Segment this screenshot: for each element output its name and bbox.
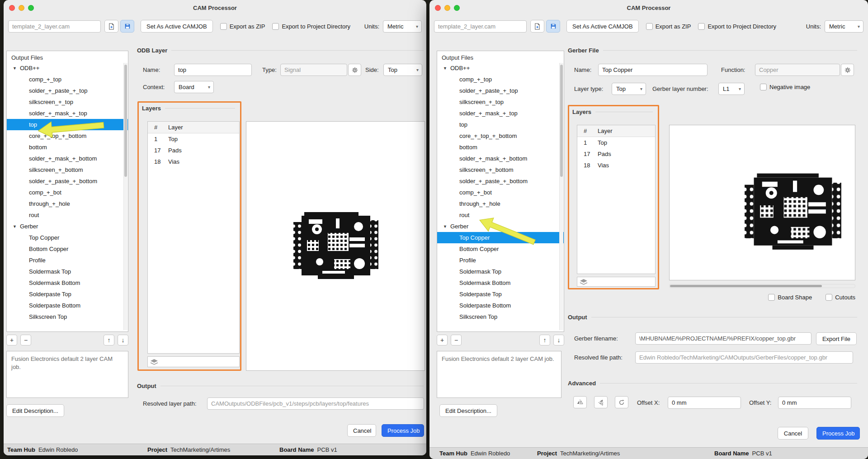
close-icon[interactable]: [9, 5, 15, 11]
tree-item[interactable]: core_+_top_+_bottom: [437, 130, 564, 142]
export-file-button[interactable]: Export File: [816, 332, 857, 345]
tree-item[interactable]: Solderpaste Top: [7, 289, 128, 300]
camjob-filename-input[interactable]: [8, 20, 101, 33]
side-select[interactable]: Top▾: [383, 64, 422, 76]
tree-item[interactable]: core_+_top_+_bottom: [7, 130, 128, 142]
tree-item[interactable]: solder_+_mask_+_top: [437, 108, 564, 119]
tree-item[interactable]: solder_+_paste_+_top: [437, 85, 564, 96]
tree-item[interactable]: through_+_hole: [437, 198, 564, 209]
tree-item[interactable]: solder_+_paste_+_top: [7, 85, 128, 96]
zoom-icon[interactable]: [454, 5, 460, 11]
layer-type-select[interactable]: Top▾: [612, 83, 646, 95]
tree-group-odb[interactable]: ▼ODB++: [437, 62, 564, 74]
tree-item[interactable]: Soldermask Top: [437, 266, 564, 277]
tree-item[interactable]: Top Copper: [7, 232, 128, 243]
new-camjob-button[interactable]: [104, 20, 118, 33]
disclosure-triangle-icon[interactable]: ▼: [13, 66, 17, 71]
resolved-layer-path-input[interactable]: [207, 397, 424, 410]
tree-item[interactable]: comp_+_bot: [7, 187, 128, 198]
tree-item[interactable]: Soldermask Top: [7, 266, 128, 277]
close-icon[interactable]: [435, 5, 441, 11]
export-project-directory-checkbox[interactable]: Export to Project Directory: [272, 23, 350, 30]
tree-item[interactable]: top: [437, 119, 564, 130]
disclosure-triangle-icon[interactable]: ▼: [443, 66, 447, 71]
mirror-vertical-button[interactable]: [594, 396, 608, 408]
vertical-scrollbar[interactable]: [559, 63, 563, 330]
move-down-button[interactable]: ↓: [118, 335, 128, 345]
tree-item[interactable]: solder_+_mask_+_bottom: [7, 153, 128, 164]
camjob-filename-input[interactable]: [434, 20, 527, 33]
zoom-icon[interactable]: [28, 5, 34, 11]
tree-item[interactable]: silkscreen_+_top: [437, 96, 564, 108]
edit-description-button[interactable]: Edit Description...: [6, 404, 64, 417]
tree-item[interactable]: solder_+_mask_+_bottom: [437, 153, 564, 164]
layers-table-row[interactable]: 17Pads: [577, 148, 655, 160]
add-output-button[interactable]: +: [437, 335, 448, 345]
tree-item[interactable]: bottom: [7, 142, 128, 153]
units-select[interactable]: Metric▾: [383, 20, 422, 33]
cancel-button[interactable]: Cancel: [778, 427, 808, 440]
layer-name-input[interactable]: [174, 64, 252, 76]
type-gear-button[interactable]: [348, 64, 361, 76]
rotate-button[interactable]: [615, 396, 628, 408]
layers-table-row[interactable]: 18Vias: [148, 156, 239, 167]
tree-item[interactable]: Bottom Copper: [7, 243, 128, 255]
disclosure-triangle-icon[interactable]: ▼: [13, 224, 17, 229]
tree-item[interactable]: Silkscreen Top: [437, 311, 564, 322]
tree-item[interactable]: Solderpaste Bottom: [7, 300, 128, 311]
mirror-horizontal-button[interactable]: [573, 396, 587, 408]
tree-item[interactable]: Bottom Copper: [437, 243, 564, 255]
resolved-file-path-input[interactable]: [635, 351, 853, 364]
gerber-filename-input[interactable]: [635, 332, 811, 345]
tree-item[interactable]: Profile: [437, 255, 564, 266]
export-project-directory-checkbox[interactable]: Export to Project Directory: [698, 23, 776, 30]
context-select[interactable]: Board▾: [174, 81, 214, 93]
titlebar[interactable]: CAM Processor: [4, 0, 426, 15]
tree-item[interactable]: through_+_hole: [7, 198, 128, 209]
move-up-button[interactable]: ↑: [104, 335, 114, 345]
offset-y-input[interactable]: [778, 397, 851, 409]
tree-item[interactable]: top: [7, 119, 128, 130]
board-shape-checkbox[interactable]: Board Shape: [768, 294, 812, 301]
new-camjob-button[interactable]: [530, 20, 544, 33]
process-job-button[interactable]: Process Job: [382, 424, 424, 437]
edit-description-button[interactable]: Edit Description...: [439, 404, 497, 417]
scrollbar-thumb[interactable]: [670, 285, 822, 287]
add-output-button[interactable]: +: [6, 335, 17, 345]
gerber-layer-number-select[interactable]: L1▾: [718, 83, 745, 95]
tree-item[interactable]: Solderpaste Top: [437, 289, 564, 300]
layers-table-row[interactable]: 18Vias: [577, 160, 655, 171]
cancel-button[interactable]: Cancel: [347, 424, 376, 437]
tree-item[interactable]: silkscreen_+_top: [7, 96, 128, 108]
layers-icon[interactable]: [580, 279, 588, 285]
export-zip-checkbox[interactable]: Export as ZIP: [646, 23, 691, 30]
tree-item[interactable]: comp_+_top: [437, 74, 564, 85]
minimize-icon[interactable]: [19, 5, 24, 11]
units-select[interactable]: Metric▾: [825, 20, 863, 33]
negative-image-checkbox[interactable]: Negative image: [760, 84, 810, 90]
scrollbar-thumb[interactable]: [124, 65, 127, 177]
tree-group-gerber[interactable]: ▼Gerber: [7, 221, 128, 232]
cutouts-checkbox[interactable]: Cutouts: [826, 294, 855, 301]
tree-item[interactable]: Solderpaste Bottom: [437, 300, 564, 311]
export-zip-checkbox[interactable]: Export as ZIP: [220, 23, 265, 30]
tree-item[interactable]: comp_+_bot: [437, 187, 564, 198]
tree-item[interactable]: silkscreen_+_bottom: [7, 164, 128, 175]
gerber-name-input[interactable]: [598, 64, 708, 76]
tree-item[interactable]: Silkscreen Top: [7, 311, 128, 322]
layers-table-row[interactable]: 1Top: [577, 137, 655, 148]
layers-icon[interactable]: [150, 359, 158, 365]
layers-table-row[interactable]: 17Pads: [148, 145, 239, 156]
tree-item[interactable]: Soldermask Bottom: [437, 277, 564, 289]
tree-item[interactable]: Soldermask Bottom: [7, 277, 128, 289]
move-down-button[interactable]: ↓: [553, 335, 564, 345]
save-button[interactable]: [120, 20, 134, 33]
tree-item[interactable]: Top Copper: [437, 232, 564, 243]
move-up-button[interactable]: ↑: [539, 335, 550, 345]
remove-output-button[interactable]: −: [451, 335, 462, 345]
function-gear-button[interactable]: [841, 64, 854, 76]
offset-x-input[interactable]: [668, 397, 741, 409]
job-description-box[interactable]: Fusion Electronics default 2 layer CAM j…: [437, 351, 561, 398]
process-job-button[interactable]: Process Job: [816, 427, 860, 440]
tree-group-gerber[interactable]: ▼Gerber: [437, 221, 564, 232]
